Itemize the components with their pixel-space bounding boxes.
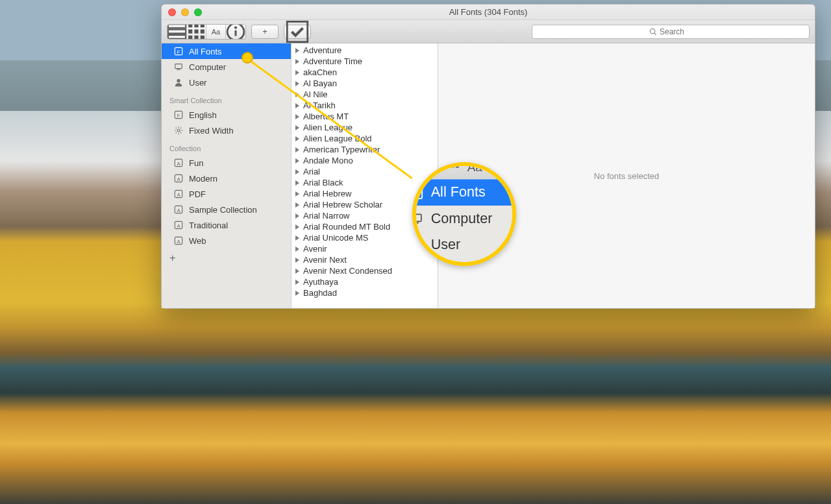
font-row[interactable]: Al Bayan <box>291 78 438 89</box>
font-row[interactable]: Alien League <box>291 122 438 133</box>
sidebar-item-modern[interactable]: AModern <box>162 171 291 186</box>
font-collection-icon: F <box>173 110 184 120</box>
font-row[interactable]: Andale Mono <box>291 155 438 166</box>
svg-rect-0 <box>188 24 192 28</box>
disclosure-icon[interactable] <box>295 269 299 274</box>
font-row[interactable]: Albertus MT <box>291 111 438 122</box>
disclosure-icon[interactable] <box>295 191 299 197</box>
disclosure-icon[interactable] <box>295 213 299 219</box>
font-row[interactable]: akaChen <box>291 67 438 78</box>
sidebar-item-label: Web <box>189 236 206 246</box>
disclosure-icon[interactable] <box>295 147 299 152</box>
disclosure-icon[interactable] <box>295 125 299 130</box>
disclosure-icon[interactable] <box>295 258 299 263</box>
svg-point-13 <box>650 29 654 33</box>
svg-text:A: A <box>177 223 180 229</box>
sidebar-item-label: Sample Collection <box>189 205 257 215</box>
svg-point-19 <box>177 79 180 82</box>
search-field[interactable] <box>532 25 810 39</box>
view-grid-button[interactable] <box>187 25 206 39</box>
disclosure-icon[interactable] <box>295 114 299 119</box>
font-name-label: Avenir <box>303 244 327 254</box>
grid-icon <box>446 162 460 175</box>
window-title: All Fonts (304 Fonts) <box>162 7 815 17</box>
svg-rect-48 <box>456 164 460 167</box>
svg-text:A: A <box>177 239 180 245</box>
window-titlebar: All Fonts (304 Fonts) <box>162 5 815 20</box>
font-row[interactable]: Baghdad <box>291 287 438 298</box>
disclosure-icon[interactable] <box>295 70 299 75</box>
svg-rect-1 <box>194 24 198 28</box>
font-name-label: Arial Narrow <box>303 211 350 221</box>
sidebar-item-sample-collection[interactable]: ASample Collection <box>162 202 291 217</box>
font-name-label: Al Bayan <box>303 78 337 88</box>
svg-rect-46 <box>447 164 451 167</box>
svg-point-22 <box>177 129 180 132</box>
sidebar-item-traditional[interactable]: ATraditional <box>162 217 291 233</box>
sidebar-item-pdf[interactable]: APDF <box>162 186 291 202</box>
disclosure-icon[interactable] <box>295 158 299 163</box>
sidebar-section-smart: Smart Collection <box>162 90 291 107</box>
svg-rect-2 <box>201 24 205 28</box>
disclosure-icon[interactable] <box>295 246 299 252</box>
font-name-label: Arial <box>303 167 320 176</box>
add-collection-button[interactable]: + <box>162 248 291 268</box>
search-input[interactable] <box>660 27 692 36</box>
svg-line-28 <box>180 132 181 133</box>
font-name-label: Avenir Next Condensed <box>303 266 392 276</box>
font-row[interactable]: Al Nile <box>291 89 438 100</box>
svg-text:F: F <box>177 49 180 55</box>
validate-button[interactable] <box>284 25 311 39</box>
box-a-icon: A <box>173 173 184 184</box>
font-list[interactable]: AdventureAdventure TimeakaChenAl BayanAl… <box>291 43 438 308</box>
disclosure-icon[interactable] <box>295 235 299 241</box>
sidebar-item-all-fonts[interactable]: FAll Fonts <box>162 43 291 59</box>
disclosure-icon[interactable] <box>295 291 299 296</box>
disclosure-icon[interactable] <box>295 280 299 285</box>
font-row[interactable]: Avenir <box>291 243 438 254</box>
add-font-button[interactable]: + <box>251 25 279 39</box>
svg-text:A: A <box>177 192 180 198</box>
view-sample-button[interactable]: Aa <box>206 25 226 39</box>
svg-text:F: F <box>177 113 180 119</box>
svg-text:A: A <box>177 161 180 167</box>
disclosure-icon[interactable] <box>295 136 299 141</box>
svg-rect-51 <box>412 214 421 221</box>
font-name-label: Adventure Time <box>303 56 362 66</box>
svg-text:A: A <box>177 176 180 182</box>
fontbook-window: All Fonts (304 Fonts) Aa + FAll FontsCo <box>161 4 815 309</box>
sidebar-item-english[interactable]: FEnglish <box>162 107 291 123</box>
sidebar-item-fixed-width[interactable]: Fixed Width <box>162 123 291 138</box>
sidebar: FAll FontsComputerUser Smart Collection … <box>162 43 291 308</box>
box-a-icon: A <box>173 189 184 199</box>
disclosure-icon[interactable] <box>295 180 299 186</box>
disclosure-icon[interactable] <box>295 59 299 64</box>
sidebar-item-fun[interactable]: AFun <box>162 155 291 171</box>
sidebar-item-computer[interactable]: Computer <box>162 59 291 75</box>
view-list-button[interactable] <box>167 25 187 39</box>
font-row[interactable]: Adventure <box>291 45 438 56</box>
font-row[interactable]: Adventure Time <box>291 56 438 67</box>
sidebar-item-web[interactable]: AWeb <box>162 233 291 248</box>
font-row[interactable]: Avenir Next <box>291 254 438 265</box>
disclosure-icon[interactable] <box>295 48 299 53</box>
sidebar-item-label: PDF <box>189 189 206 199</box>
font-row[interactable]: Arial Black <box>291 177 438 188</box>
disclosure-icon[interactable] <box>295 202 299 208</box>
disclosure-icon[interactable] <box>295 224 299 230</box>
disclosure-icon[interactable] <box>295 81 299 86</box>
font-row[interactable]: Ayuthaya <box>291 276 438 287</box>
info-button[interactable] <box>226 25 245 39</box>
disclosure-icon[interactable] <box>295 169 299 174</box>
font-row[interactable]: American Typewriter <box>291 144 438 155</box>
font-name-label: Baghdad <box>303 288 337 298</box>
svg-line-29 <box>176 132 177 133</box>
svg-rect-47 <box>452 164 455 167</box>
font-row[interactable]: Arial <box>291 166 438 177</box>
preview-empty-text: No fonts selected <box>594 171 659 181</box>
font-name-label: Arial Black <box>303 178 343 187</box>
disclosure-icon[interactable] <box>295 103 299 108</box>
sidebar-item-label: Modern <box>189 174 217 184</box>
font-row[interactable]: Avenir Next Condensed <box>291 265 438 276</box>
info-icon <box>226 24 245 40</box>
